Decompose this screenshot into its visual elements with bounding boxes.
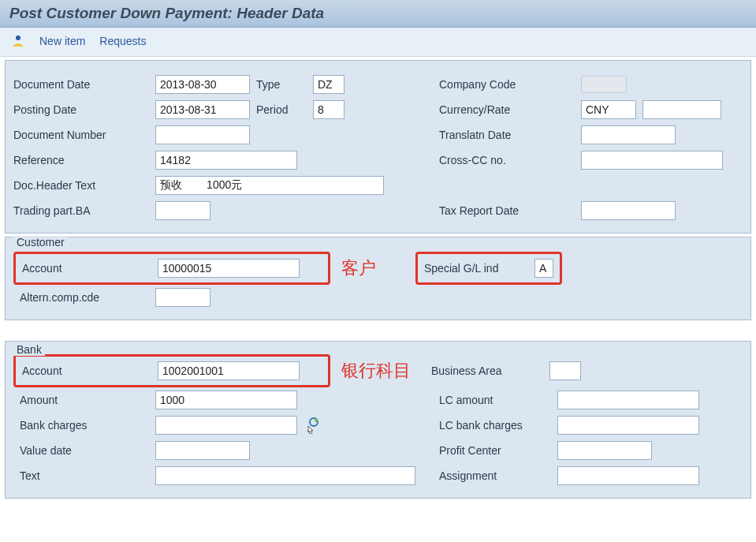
profit-center-field[interactable] — [557, 441, 652, 460]
user-icon[interactable] — [11, 34, 25, 48]
requests-button[interactable]: Requests — [99, 35, 146, 47]
profit-center-label: Profit Center — [439, 444, 557, 457]
svg-point-2 — [315, 419, 318, 422]
altern-comp-cde-field[interactable] — [155, 288, 210, 307]
amount-label: Amount — [20, 394, 155, 406]
lc-bank-charges-label: LC bank charges — [439, 419, 557, 432]
value-date-label: Value date — [20, 444, 155, 457]
lc-amount-field[interactable] — [557, 391, 699, 409]
trading-part-ba-field[interactable] — [155, 201, 210, 220]
cross-cc-field[interactable] — [581, 151, 723, 170]
company-code-field[interactable] — [581, 76, 627, 93]
customer-panel: Customer Account 客户 Special G/L ind Alte… — [5, 237, 751, 320]
doc-header-text-label: Doc.Header Text — [13, 179, 155, 192]
bank-charges-field[interactable] — [155, 416, 297, 435]
lc-amount-label: LC amount — [439, 394, 557, 406]
value-date-field[interactable] — [155, 441, 250, 460]
amount-field[interactable] — [155, 391, 297, 409]
text-field[interactable] — [155, 466, 415, 485]
customer-account-label: Account — [22, 262, 158, 275]
customer-account-field[interactable] — [158, 259, 300, 278]
type-label: Type — [256, 78, 313, 91]
assignment-label: Assignment — [439, 469, 557, 482]
business-area-field[interactable] — [549, 361, 581, 380]
document-number-field[interactable] — [155, 125, 250, 144]
rate-field[interactable] — [642, 100, 721, 119]
tax-report-date-label: Tax Report Date — [439, 204, 581, 217]
doc-header-text-field[interactable] — [155, 176, 384, 195]
posting-date-field[interactable] — [155, 100, 250, 119]
trading-part-ba-label: Trading part.BA — [13, 204, 155, 217]
period-field[interactable] — [313, 100, 344, 119]
document-date-field[interactable] — [155, 75, 250, 94]
special-gl-label: Special G/L ind — [424, 262, 534, 275]
altern-comp-cde-label: Altern.comp.cde — [20, 291, 155, 304]
special-gl-field[interactable] — [534, 259, 553, 278]
cursor-icon — [305, 417, 322, 434]
title-bar: Post Customer Down Payment: Header Data — [0, 0, 756, 28]
tax-report-date-field[interactable] — [581, 201, 676, 220]
period-label: Period — [256, 103, 313, 116]
toolbar: New item Requests — [0, 28, 756, 57]
assignment-field[interactable] — [557, 466, 699, 485]
translatn-date-field[interactable] — [581, 125, 676, 144]
reference-field[interactable] — [155, 151, 297, 170]
currency-rate-label: Currency/Rate — [439, 103, 581, 116]
lc-bank-charges-field[interactable] — [557, 416, 699, 435]
posting-date-label: Posting Date — [13, 103, 155, 116]
currency-field[interactable] — [581, 100, 636, 119]
type-field[interactable] — [313, 75, 344, 94]
new-item-button[interactable]: New item — [39, 35, 85, 47]
header-panel: Document Date Type Company Code Posting … — [5, 60, 751, 234]
bank-panel: Bank Account 银行科目 Business Area Amount L… — [5, 341, 751, 499]
reference-label: Reference — [13, 154, 155, 166]
document-date-label: Document Date — [13, 78, 155, 91]
company-code-label: Company Code — [439, 78, 581, 91]
svg-point-0 — [16, 36, 20, 40]
customer-account-highlight: Account — [13, 252, 330, 285]
page-title: Post Customer Down Payment: Header Data — [9, 5, 747, 22]
translatn-date-label: Translatn Date — [439, 129, 581, 141]
customer-annotation: 客户 — [341, 256, 376, 280]
customer-legend: Customer — [13, 236, 68, 249]
bank-account-label: Account — [22, 364, 158, 377]
bank-charges-label: Bank charges — [20, 419, 155, 432]
bank-account-field[interactable] — [158, 361, 300, 380]
cross-cc-label: Cross-CC no. — [439, 154, 581, 166]
document-number-label: Document Number — [13, 129, 155, 141]
bank-annotation: 银行科目 — [341, 359, 411, 383]
bank-legend: Bank — [13, 343, 45, 356]
special-gl-highlight: Special G/L ind — [415, 252, 562, 285]
bank-account-highlight: Account — [13, 354, 330, 387]
text-label: Text — [20, 469, 155, 482]
business-area-label: Business Area — [431, 364, 549, 377]
